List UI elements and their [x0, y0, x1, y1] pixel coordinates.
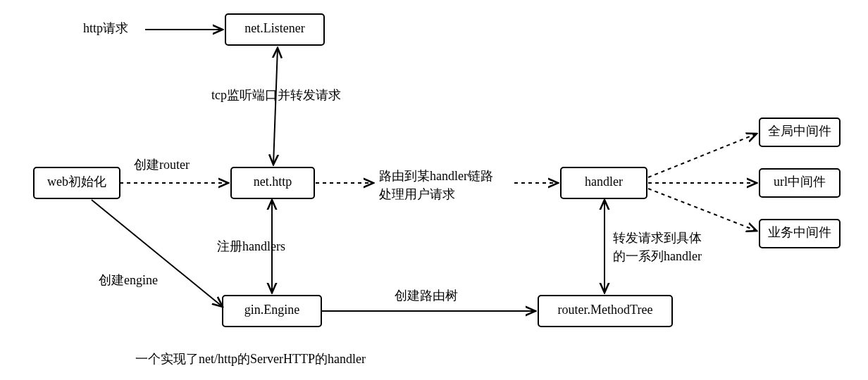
- forward-handlers-label-2: 的一系列handler: [613, 249, 702, 263]
- diagram-canvas: net.Listener web初始化 net.http gin.Engine …: [0, 0, 868, 380]
- node-mw-url: url中间件: [760, 169, 840, 197]
- net-http-label: net.http: [254, 175, 292, 189]
- node-mw-global: 全局中间件: [760, 118, 840, 146]
- node-net-listener: net.Listener: [225, 14, 324, 45]
- http-request-label: http请求: [83, 21, 128, 35]
- node-net-http: net.http: [231, 167, 314, 198]
- footer-note: 一个实现了net/http的ServerHTTP的handler: [135, 352, 366, 366]
- gin-engine-label: gin.Engine: [244, 303, 300, 317]
- edge-nethttp-netlistener: [273, 48, 278, 165]
- node-handler: handler: [561, 167, 647, 198]
- edge-handler-mw-biz: [648, 189, 757, 231]
- mw-global-label: 全局中间件: [768, 124, 831, 138]
- node-gin-engine: gin.Engine: [223, 296, 321, 327]
- web-init-label: web初始化: [47, 175, 106, 189]
- create-router-label: 创建router: [134, 158, 190, 172]
- net-listener-label: net.Listener: [244, 21, 304, 35]
- router-method-tree-label: router.MethodTree: [558, 303, 653, 317]
- edge-webinit-ginengine: [92, 200, 223, 307]
- forward-handlers-label-1: 转发请求到具体: [613, 231, 702, 245]
- create-engine-label: 创建engine: [99, 273, 158, 287]
- node-web-init: web初始化: [34, 167, 120, 198]
- create-route-tree-label: 创建路由树: [395, 289, 458, 303]
- tcp-listen-label: tcp监听端口并转发请求: [211, 88, 341, 102]
- register-handlers-label: 注册handlers: [217, 239, 285, 253]
- route-to-handler-label-2: 处理用户请求: [379, 187, 455, 201]
- node-router-method-tree: router.MethodTree: [538, 296, 672, 327]
- edge-handler-mw-global: [648, 134, 757, 177]
- handler-label: handler: [585, 175, 623, 189]
- mw-url-label: url中间件: [774, 175, 826, 189]
- node-mw-biz: 业务中间件: [760, 220, 840, 248]
- mw-biz-label: 业务中间件: [768, 225, 831, 239]
- route-to-handler-label-1: 路由到某handler链路: [379, 169, 493, 183]
